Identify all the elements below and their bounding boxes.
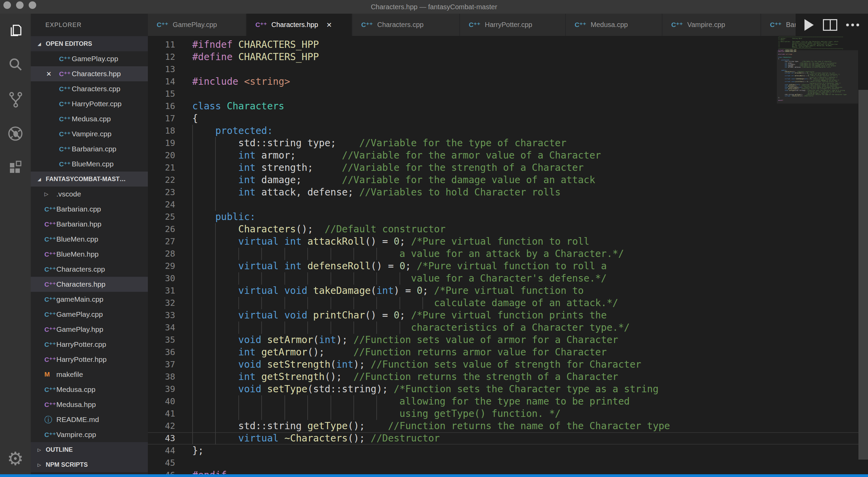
code-line[interactable]: 29virtual int defenseRoll() = 0; /*Pure … xyxy=(148,260,868,272)
more-actions-ellipsis-icon[interactable] xyxy=(846,24,859,26)
open-editor-item[interactable]: C⁺⁺Vampire.cpp xyxy=(31,126,148,141)
tab-Barbarian.cpp[interactable]: C⁺⁺Barbarian.cpp xyxy=(761,14,800,36)
sidebar-bottom-sections: ▷OUTLINE▷NPM SCRIPTS xyxy=(31,442,148,472)
tree-item[interactable]: C⁺⁺Barbarian.hpp xyxy=(31,217,148,232)
tree-item[interactable]: C⁺⁺GamePlay.hpp xyxy=(31,322,148,337)
code-line[interactable]: 42std::string getType(); //Function retu… xyxy=(148,420,868,432)
token: Characters xyxy=(783,56,791,58)
open-editor-item[interactable]: C⁺⁺Medusa.cpp xyxy=(31,111,148,126)
code-line[interactable]: 31virtual void takeDamage(int) = 0; /*Pu… xyxy=(148,285,868,297)
token: int xyxy=(238,371,256,382)
settings-gear-icon[interactable]: ⚙ xyxy=(0,450,31,468)
tree-item[interactable]: C⁺⁺Characters.cpp xyxy=(31,262,148,277)
code-line[interactable]: 16class Characters xyxy=(148,100,868,112)
tree-item[interactable]: ▷.vscode xyxy=(31,187,148,202)
tab-Vampire.cpp[interactable]: C⁺⁺Vampire.cpp xyxy=(662,14,760,36)
minimap[interactable]: /***************************************… xyxy=(777,36,858,477)
line-content: allowing for the type name to be printed xyxy=(184,395,630,408)
tree-item[interactable]: ⓘREADME.md xyxy=(31,412,148,427)
minimize-window-button[interactable] xyxy=(16,1,24,9)
scrollbar-thumb[interactable] xyxy=(858,90,868,460)
code-line[interactable]: 36int getArmor(); //Function returns arm… xyxy=(148,346,868,358)
code-line[interactable]: 17{ xyxy=(148,112,868,125)
open-editor-item[interactable]: C⁺⁺Characters.cpp xyxy=(31,81,148,96)
open-editor-item[interactable]: ✕C⁺⁺Characters.hpp xyxy=(31,66,148,81)
code-line[interactable]: 30value for a Character's defense.*/ xyxy=(148,272,868,285)
tab-Characters.hpp[interactable]: C⁺⁺Characters.hpp✕ xyxy=(247,14,352,36)
open-editor-item[interactable]: C⁺⁺GamePlay.cpp xyxy=(31,51,148,66)
code-line[interactable]: 18protected: xyxy=(148,125,868,137)
code-line[interactable]: 20int armor; //Variable for the armor va… xyxy=(148,149,868,162)
tree-item[interactable]: C⁺⁺HarryPotter.cpp xyxy=(31,337,148,352)
code-line[interactable]: 19std::string type; //Variable for the t… xyxy=(148,137,868,149)
code-line[interactable]: 11#ifndef CHARACTERS_HPP xyxy=(148,39,868,51)
tree-item[interactable]: C⁺⁺Medusa.hpp xyxy=(31,397,148,412)
search-icon[interactable] xyxy=(6,56,24,73)
code-line[interactable]: 41using getType() function. */ xyxy=(148,408,868,420)
tree-item[interactable]: C⁺⁺BlueMen.hpp xyxy=(31,247,148,262)
tab-Characters.cpp[interactable]: C⁺⁺Characters.cpp xyxy=(352,14,459,36)
code-line[interactable]: 45 xyxy=(148,457,868,469)
section-header-npm-scripts[interactable]: ▷NPM SCRIPTS xyxy=(31,457,148,472)
code-line[interactable]: 25public: xyxy=(148,211,868,223)
code-line[interactable]: 12#define CHARACTERS_HPP xyxy=(148,51,868,63)
explorer-icon[interactable] xyxy=(6,21,24,39)
run-button[interactable] xyxy=(804,19,814,31)
token: CHARACTERS_HPP xyxy=(238,51,319,63)
code-line[interactable]: 21int strength; //Variable for the stren… xyxy=(148,162,868,174)
source-control-icon[interactable] xyxy=(6,90,24,108)
close-window-button[interactable] xyxy=(3,1,11,9)
token: ( xyxy=(313,334,319,345)
tree-item[interactable]: C⁺⁺Vampire.cpp xyxy=(31,427,148,442)
code-line[interactable]: 22int damage; //Variable for the damage … xyxy=(148,174,868,186)
extensions-icon[interactable] xyxy=(6,159,24,177)
code-line[interactable]: 44}; xyxy=(148,445,868,457)
code-line[interactable]: 40allowing for the type name to be print… xyxy=(148,395,868,408)
tree-item[interactable]: C⁺⁺BlueMen.cpp xyxy=(31,232,148,247)
open-editor-item[interactable]: C⁺⁺BlueMen.cpp xyxy=(31,156,148,172)
code-line[interactable]: 37void setStrength(int); //Function sets… xyxy=(148,358,868,371)
folder-section-header[interactable]: ◢ FANTASYCOMBAT-MAST… xyxy=(31,172,148,187)
code-line[interactable]: 14#include <string> xyxy=(148,76,868,88)
tree-item[interactable]: C⁺⁺HarryPotter.hpp xyxy=(31,352,148,367)
open-editor-item[interactable]: C⁺⁺Barbarian.cpp xyxy=(31,141,148,156)
line-content: value for a Character's defense.*/ xyxy=(184,272,607,285)
close-tab-icon[interactable]: ✕ xyxy=(326,21,332,29)
split-editor-icon[interactable] xyxy=(823,19,837,31)
code-line[interactable]: 43virtual ~Characters(); //Destructor xyxy=(148,432,868,445)
code-line[interactable]: 34characteristics of a Character type.*/ xyxy=(148,322,868,334)
close-editor-icon[interactable]: ✕ xyxy=(46,70,59,78)
zoom-window-button[interactable] xyxy=(29,1,36,9)
tab-GamePlay.cpp[interactable]: C⁺⁺GamePlay.cpp xyxy=(148,14,246,36)
code-line[interactable]: 27virtual int attackRoll() = 0; /*Pure v… xyxy=(148,235,868,248)
code-line[interactable]: 39void setType(std::string); /*Function … xyxy=(148,383,868,395)
twistie-collapsed-icon: ▷ xyxy=(38,462,46,467)
code-line[interactable]: 26Characters(); //Default constructor xyxy=(148,223,868,235)
code-editor[interactable]: 11#ifndef CHARACTERS_HPP12#define CHARAC… xyxy=(148,36,868,477)
explorer-sidebar: EXPLORER ◢ OPEN EDITORS C⁺⁺GamePlay.cpp✕… xyxy=(31,14,148,477)
code-line[interactable]: 33virtual void printChar() = 0; /*Pure v… xyxy=(148,309,868,322)
code-line[interactable]: 15 xyxy=(148,88,868,100)
tree-item[interactable]: C⁺⁺Characters.hpp xyxy=(31,277,148,292)
line-number: 40 xyxy=(148,395,184,408)
tree-item[interactable]: Mmakefile xyxy=(31,367,148,382)
code-line[interactable]: 32calculate damage of an attack.*/ xyxy=(148,297,868,309)
tree-item[interactable]: C⁺⁺Barbarian.cpp xyxy=(31,202,148,217)
code-line[interactable]: 24 xyxy=(148,199,868,211)
tab-Medusa.cpp[interactable]: C⁺⁺Medusa.cpp xyxy=(566,14,662,36)
code-line[interactable]: 28a value for an attack by a Character.*… xyxy=(148,248,868,260)
indent-guides xyxy=(192,309,238,322)
tree-item[interactable]: C⁺⁺gameMain.cpp xyxy=(31,292,148,307)
code-line[interactable]: 35void setArmor(int); //Function sets va… xyxy=(148,334,868,346)
open-editor-item[interactable]: C⁺⁺HarryPotter.cpp xyxy=(31,96,148,111)
code-line[interactable]: 38int getStrength(); //Function returns … xyxy=(148,371,868,383)
code-line[interactable]: 23int attack, defense; //Variables to ho… xyxy=(148,186,868,199)
debug-disabled-icon[interactable] xyxy=(6,125,24,142)
tree-item-label: BlueMen.hpp xyxy=(56,250,99,258)
tree-item[interactable]: C⁺⁺GamePlay.cpp xyxy=(31,307,148,322)
open-editors-header[interactable]: ◢ OPEN EDITORS xyxy=(31,36,148,51)
tab-HarryPotter.cpp[interactable]: C⁺⁺HarryPotter.cpp xyxy=(460,14,565,36)
tree-item[interactable]: C⁺⁺Medusa.cpp xyxy=(31,382,148,397)
code-line[interactable]: 13 xyxy=(148,63,868,76)
section-header-outline[interactable]: ▷OUTLINE xyxy=(31,442,148,457)
